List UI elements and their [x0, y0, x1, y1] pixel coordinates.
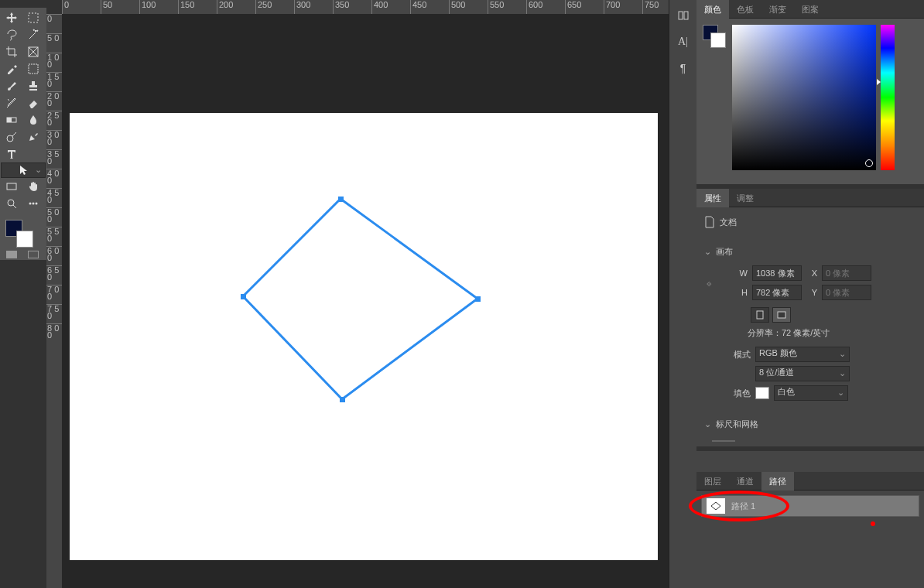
document-header: 文档: [704, 212, 916, 232]
link-icon[interactable]: ⟐: [704, 272, 714, 294]
svg-rect-13: [475, 296, 481, 302]
tab-通道[interactable]: 通道: [729, 472, 761, 491]
svg-point-7: [8, 200, 14, 206]
panel-icon-2[interactable]: A|: [676, 34, 691, 50]
stamp-tool[interactable]: [22, 77, 44, 94]
color-swatches[interactable]: [1, 217, 44, 248]
fg-bg-swatch[interactable]: [703, 25, 727, 50]
crop-tool[interactable]: [1, 43, 22, 60]
path-shape[interactable]: [70, 113, 658, 560]
color-field[interactable]: [732, 25, 876, 170]
color-picker-panel: [696, 19, 924, 184]
svg-marker-20: [711, 502, 720, 510]
tab-路径[interactable]: 路径: [761, 472, 794, 491]
tab-调整[interactable]: 调整: [729, 189, 761, 207]
panel-icon-1[interactable]: [676, 8, 691, 23]
more-tool[interactable]: [22, 195, 44, 212]
type-tool[interactable]: [1, 145, 22, 162]
pen-tool[interactable]: [22, 128, 44, 145]
mask-mode-toggle[interactable]: [1, 251, 44, 258]
svg-rect-6: [7, 183, 16, 190]
ruler-vertical: 05 01 0 01 5 02 0 02 5 03 0 03 5 04 0 04…: [46, 14, 62, 588]
properties-panel: 文档 画布 ⟐ W X H Y: [696, 207, 924, 446]
fill-swatch[interactable]: [755, 387, 769, 399]
blur-tool[interactable]: [22, 111, 44, 128]
x-input: [822, 265, 871, 281]
hand-tool[interactable]: [22, 178, 44, 195]
layer-tabs: 图层通道路径: [696, 472, 924, 491]
panel-icon-3[interactable]: ¶: [676, 60, 691, 76]
orient-landscape[interactable]: [772, 307, 791, 323]
lasso-tool[interactable]: [1, 26, 22, 43]
right-panels: 颜色色板渐变图案 属性调整 文档 画布 ⟐ W X: [696, 0, 924, 588]
depth-select[interactable]: 8 位/通道: [755, 366, 850, 381]
wand-tool[interactable]: [22, 26, 44, 43]
fill-select[interactable]: 白色: [774, 385, 848, 401]
canvas[interactable]: [70, 113, 658, 560]
tab-色板[interactable]: 色板: [729, 0, 761, 19]
hue-slider[interactable]: [881, 25, 895, 170]
svg-marker-11: [243, 199, 477, 399]
path-item[interactable]: 路径 1: [701, 495, 919, 517]
svg-rect-19: [778, 312, 785, 318]
svg-rect-15: [241, 294, 246, 299]
gradient-tool[interactable]: [1, 111, 22, 128]
height-input[interactable]: [752, 285, 802, 300]
tab-颜色[interactable]: 颜色: [696, 0, 729, 19]
width-input[interactable]: [752, 265, 802, 281]
svg-point-8: [29, 203, 32, 205]
svg-rect-0: [29, 13, 38, 22]
doc-label: 文档: [720, 217, 737, 228]
document-icon: [704, 216, 715, 228]
paths-panel: 图层通道路径 路径 1: [696, 472, 924, 588]
patch-tool[interactable]: [22, 60, 44, 77]
path-select-tool[interactable]: [1, 162, 46, 178]
frame-tool[interactable]: [22, 43, 44, 60]
svg-rect-17: [684, 12, 688, 19]
svg-rect-18: [757, 311, 763, 319]
color-tabs: 颜色色板渐变图案: [696, 0, 924, 19]
rulers-section-header[interactable]: 标尺和网格: [704, 414, 916, 434]
move-tool[interactable]: [1, 9, 22, 26]
y-input: [822, 285, 871, 300]
annotation-dot: [871, 521, 875, 526]
ruler-horizontal: 0501001502002503003504004505005506006507…: [62, 0, 669, 14]
svg-point-9: [33, 203, 35, 205]
canvas-stage[interactable]: [62, 14, 669, 588]
zoom-tool[interactable]: [1, 195, 22, 212]
svg-rect-2: [29, 64, 38, 74]
svg-rect-14: [340, 397, 345, 402]
orient-portrait[interactable]: [751, 307, 769, 323]
marquee-tool[interactable]: [22, 9, 44, 26]
resolution-text: 分辨率：72 像素/英寸: [748, 327, 916, 339]
toolbox: [0, 8, 46, 260]
mode-select[interactable]: RGB 颜色: [755, 347, 850, 362]
svg-rect-16: [679, 12, 683, 19]
workspace: 0501001502002503003504004505005506006507…: [46, 0, 669, 588]
brush-tool[interactable]: [1, 77, 22, 94]
svg-rect-4: [7, 118, 12, 122]
tab-渐变[interactable]: 渐变: [761, 0, 794, 19]
canvas-section-header[interactable]: 画布: [704, 241, 916, 262]
properties-tabs: 属性调整: [696, 189, 924, 207]
tab-属性[interactable]: 属性: [696, 189, 729, 207]
tab-图层[interactable]: 图层: [696, 472, 729, 491]
svg-rect-12: [338, 197, 344, 202]
eraser-tool[interactable]: [22, 94, 44, 111]
svg-point-5: [7, 135, 13, 142]
history-brush-tool[interactable]: [1, 94, 22, 111]
svg-point-10: [36, 203, 38, 205]
path-name: 路径 1: [731, 501, 755, 512]
dodge-tool[interactable]: [1, 128, 22, 145]
tab-图案[interactable]: 图案: [794, 0, 826, 19]
eyedropper-tool[interactable]: [1, 60, 22, 77]
rectangle-tool[interactable]: [1, 178, 22, 195]
path-thumb: [707, 498, 725, 514]
collapsed-panels: A| ¶: [669, 0, 696, 588]
